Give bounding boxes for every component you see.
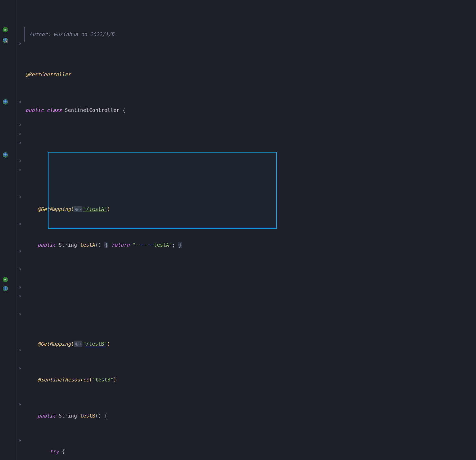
gutter-divider <box>16 0 16 460</box>
fold-marker[interactable]: ⊖ <box>18 42 22 46</box>
code-line: @GetMapping(▾"/testA") <box>24 205 476 214</box>
fold-column: ⊕ ⊖ ⊖ ⊖ ⊖ ⊖ ⊖ ⊖ ⊖ ⊖ ⊖ ⊖ ⊖ ⊖ ⊖ ⊖ ⊖ ⊖ <box>18 0 23 460</box>
fold-marker[interactable]: ⊖ <box>18 132 22 136</box>
web-icon[interactable] <box>2 37 10 45</box>
code-line: public String testA() { return "------te… <box>24 240 476 249</box>
annotation-restcontroller: @RestController <box>25 71 71 77</box>
code-line: public String testB() { <box>24 411 476 420</box>
doc-author-line: Author: wuxinhua on 2022/1/6. <box>24 27 476 42</box>
fold-marker[interactable]: ⊖ <box>18 141 22 145</box>
mapping-path-testb[interactable]: "/testB" <box>83 341 107 347</box>
fold-marker[interactable]: ⊖ <box>18 249 22 253</box>
endpoint-icon[interactable] <box>2 27 10 34</box>
blank-line <box>24 303 476 312</box>
fold-marker[interactable]: ⊖ <box>18 294 22 298</box>
code-line: @RestController <box>24 70 476 79</box>
code-line: try { <box>24 447 476 456</box>
web-icon[interactable] <box>2 152 10 159</box>
web-icon[interactable] <box>2 99 10 106</box>
fold-marker[interactable]: ⊖ <box>18 367 22 370</box>
class-name: SentinelController <box>65 107 120 113</box>
fold-marker[interactable]: ⊖ <box>18 195 22 199</box>
code-line: @GetMapping(▾"/testB") <box>24 339 476 348</box>
fold-marker[interactable]: ⊖ <box>18 403 22 406</box>
blank-line <box>24 168 476 177</box>
fold-marker[interactable]: ⊖ <box>18 168 22 172</box>
selection-box <box>48 152 277 229</box>
fold-marker[interactable]: ⊖ <box>18 313 22 316</box>
fold-marker[interactable]: ⊖ <box>18 285 22 289</box>
fold-marker[interactable]: ⊖ <box>18 159 22 163</box>
method-testb: testB <box>80 413 95 419</box>
code-editor[interactable]: ⊕ ⊖ ⊖ ⊖ ⊖ ⊖ ⊖ ⊖ ⊖ ⊖ ⊖ ⊖ ⊖ ⊖ ⊖ ⊖ ⊖ ⊖ Auth… <box>0 0 476 460</box>
fold-marker[interactable]: ⊖ <box>18 222 22 226</box>
blank-line <box>24 276 476 285</box>
web-icon[interactable] <box>2 285 10 293</box>
fold-marker[interactable]: ⊖ <box>18 439 22 442</box>
fold-marker[interactable]: ⊖ <box>18 123 22 127</box>
mapping-path-testa[interactable]: "/testA" <box>83 206 107 212</box>
endpoint-icon[interactable] <box>2 276 10 284</box>
code-area[interactable]: Author: wuxinhua on 2022/1/6. @RestContr… <box>24 0 476 460</box>
globe-icon[interactable]: ▾ <box>74 206 82 212</box>
code-line: @SentinelResource("testB") <box>24 375 476 384</box>
method-testa: testA <box>80 242 95 248</box>
code-line: public class SentinelController { <box>24 106 476 115</box>
fold-toggle[interactable]: ⊕ <box>18 100 22 104</box>
blank-line <box>24 142 476 151</box>
fold-marker[interactable]: ⊖ <box>18 349 22 352</box>
fold-marker[interactable]: ⊖ <box>18 267 22 271</box>
globe-icon[interactable]: ▾ <box>74 341 82 347</box>
gutter: ⊕ ⊖ ⊖ ⊖ ⊖ ⊖ ⊖ ⊖ ⊖ ⊖ ⊖ ⊖ ⊖ ⊖ ⊖ ⊖ ⊖ ⊖ <box>0 0 24 460</box>
